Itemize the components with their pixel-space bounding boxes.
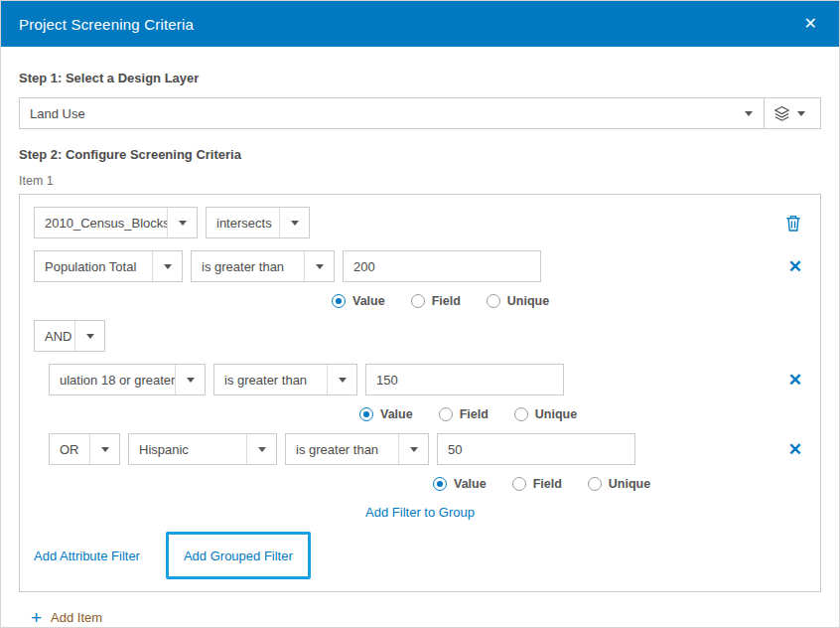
radio-label: Unique [609, 477, 650, 491]
add-grouped-filter-highlight: Add Grouped Filter [166, 532, 311, 579]
dialog-title: Project Screening Criteria [19, 16, 194, 33]
spatial-filter-row: 2010_Census_Blocks intersects [34, 207, 806, 238]
remove-icon: ✕ [788, 258, 802, 275]
filter1-operator-value: is greater than [192, 259, 304, 274]
chevron-down-icon [89, 434, 119, 464]
chevron-down-icon [279, 208, 309, 237]
filter1-unique-radio[interactable]: Unique [487, 294, 549, 308]
group-filter2-conjunction-select[interactable]: OR [49, 433, 120, 465]
project-screening-dialog: Project Screening Criteria ✕ Step 1: Sel… [0, 0, 840, 628]
group-filter1-operator-select[interactable]: is greater than [213, 364, 357, 395]
chevron-down-icon [74, 321, 104, 351]
group-conjunction-row: AND [34, 320, 806, 352]
add-item-link[interactable]: Add Item [51, 610, 102, 625]
group-filter2-operator-value: is greater than [286, 442, 398, 457]
filter-actions-row: Add Attribute Filter Add Grouped Filter [34, 532, 806, 579]
radio-label: Unique [535, 407, 577, 421]
filter1-field-radio[interactable]: Field [411, 294, 461, 308]
spatial-layer-value: 2010_Census_Blocks [35, 216, 167, 231]
design-layer-value: Land Use [20, 106, 734, 121]
group-filter1-field-radio[interactable]: Field [439, 407, 489, 421]
filter1-field-value: Population Total [35, 259, 152, 274]
filter1-value-radio[interactable]: Value [332, 294, 385, 308]
design-layer-select[interactable]: Land Use [19, 97, 765, 129]
layers-icon [773, 105, 790, 122]
dialog-body: Step 1: Select a Design Layer Land Use S… [1, 47, 839, 627]
chevron-down-icon [167, 208, 197, 237]
group-filter2-value-input[interactable] [437, 433, 635, 465]
group-filter2-row: OR Hispanic is greater than ✕ [49, 433, 806, 465]
remove-filter1-button[interactable]: ✕ [784, 256, 806, 277]
step1-label: Step 1: Select a Design Layer [19, 71, 821, 85]
item1-label: Item 1 [19, 174, 821, 188]
chevron-down-icon [304, 251, 334, 281]
spatial-operator-select[interactable]: intersects [206, 207, 310, 238]
group-filter1-value-type-radios: Value Field Unique [359, 407, 806, 421]
group-filter1-field-select[interactable]: ulation 18 or greater [49, 364, 206, 395]
chevron-down-icon [398, 434, 428, 464]
radio-circle [411, 294, 425, 308]
remove-group-filter1-button[interactable]: ✕ [784, 370, 806, 391]
radio-circle [439, 407, 453, 421]
layer-list-button[interactable] [764, 97, 821, 129]
radio-circle [487, 294, 500, 308]
group-filter2-operator-select[interactable]: is greater than [285, 433, 429, 465]
item1-panel: 2010_Census_Blocks intersects [19, 194, 821, 592]
chevron-down-icon [246, 434, 276, 464]
add-grouped-filter-link[interactable]: Add Grouped Filter [184, 549, 293, 563]
radio-label: Field [432, 294, 461, 308]
chevron-down-icon [734, 98, 764, 128]
step2-label: Step 2: Configure Screening Criteria [19, 147, 821, 162]
radio-label: Value [380, 407, 413, 421]
group-filter2-field-radio[interactable]: Field [512, 477, 562, 491]
dialog-header: Project Screening Criteria ✕ [1, 1, 839, 47]
group-filter2-unique-radio[interactable]: Unique [588, 477, 650, 491]
group-filter1-row: ulation 18 or greater is greater than ✕ [49, 364, 806, 395]
group-filter1-operator-value: is greater than [214, 373, 327, 388]
group-filter2-conjunction-value: OR [50, 442, 89, 457]
spatial-operator-value: intersects [207, 216, 279, 231]
spatial-layer-select[interactable]: 2010_Census_Blocks [34, 207, 198, 238]
radio-label: Value [454, 477, 487, 491]
radio-circle [332, 294, 346, 308]
remove-group-filter2-button[interactable]: ✕ [784, 439, 806, 460]
add-filter-to-group-link[interactable]: Add Filter to Group [34, 505, 806, 520]
radio-label: Unique [507, 294, 549, 308]
filter1-operator-select[interactable]: is greater than [191, 250, 335, 282]
radio-circle [588, 477, 602, 491]
design-layer-row: Land Use [19, 97, 821, 129]
radio-circle [359, 407, 373, 421]
group-filter1-value-radio[interactable]: Value [359, 407, 413, 421]
group-filter1-field-value: ulation 18 or greater [50, 373, 175, 388]
radio-label: Value [352, 294, 385, 308]
add-attribute-filter-link[interactable]: Add Attribute Filter [34, 549, 140, 563]
chevron-down-icon [790, 98, 812, 128]
group-filter2-field-value: Hispanic [129, 442, 246, 457]
group-filter2-field-select[interactable]: Hispanic [128, 433, 277, 465]
group-filter1-value-input[interactable] [365, 364, 564, 395]
plus-icon[interactable]: + [31, 608, 42, 627]
chevron-down-icon [175, 365, 205, 394]
chevron-down-icon [327, 365, 356, 394]
attribute-filter-row: Population Total is greater than ✕ [34, 250, 806, 282]
radio-label: Field [533, 477, 562, 491]
group-filter2-value-radio[interactable]: Value [433, 477, 487, 491]
remove-icon: ✕ [788, 441, 802, 458]
group-conjunction-select[interactable]: AND [34, 320, 105, 352]
radio-label: Field [460, 407, 489, 421]
filter1-field-select[interactable]: Population Total [34, 250, 183, 282]
radio-circle [512, 477, 526, 491]
group-filter1-unique-radio[interactable]: Unique [514, 407, 577, 421]
filter1-value-type-radios: Value Field Unique [332, 294, 806, 308]
group-conjunction-value: AND [35, 329, 74, 344]
close-icon[interactable]: ✕ [800, 12, 821, 36]
radio-circle [514, 407, 528, 421]
trash-icon [784, 214, 802, 233]
radio-circle [433, 477, 447, 491]
remove-icon: ✕ [788, 372, 802, 389]
delete-item-button[interactable] [780, 212, 806, 235]
add-item-row: + Add Item [19, 592, 821, 627]
group-filter2-value-type-radios: Value Field Unique [433, 477, 806, 491]
chevron-down-icon [152, 251, 182, 281]
filter1-value-input[interactable] [343, 250, 541, 282]
